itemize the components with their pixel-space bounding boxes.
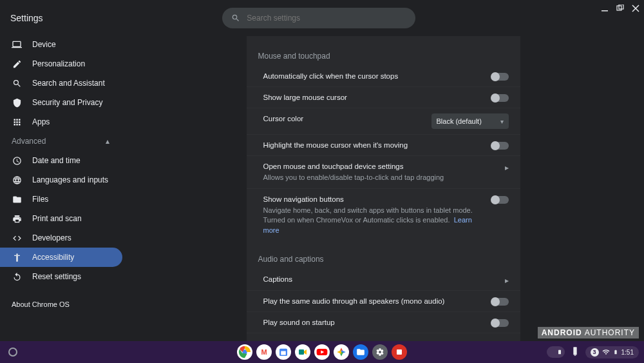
notification-badge: 3 xyxy=(591,348,599,357)
sidebar-item-accessibility[interactable]: Accessibility xyxy=(0,248,122,267)
row-label: Play sound on startup xyxy=(263,317,484,328)
section-title-audio: Audio and captions xyxy=(247,247,520,269)
code-icon xyxy=(12,233,22,243)
launcher-button[interactable] xyxy=(8,348,17,357)
sidebar-about[interactable]: About Chrome OS xyxy=(0,294,122,315)
search-icon xyxy=(231,14,240,23)
calendar-icon[interactable] xyxy=(276,344,291,360)
sidebar-label: Files xyxy=(32,195,48,204)
row-label: Automatically click when the cursor stop… xyxy=(263,71,484,81)
accessibility-icon xyxy=(12,252,22,262)
app-icon-9[interactable] xyxy=(392,344,407,360)
apps-icon xyxy=(12,117,22,127)
chrome-icon[interactable] xyxy=(237,344,252,360)
select-cursor-color[interactable]: Black (default) ▾ xyxy=(431,113,509,129)
watermark: ANDROIDAUTHORITY xyxy=(538,327,639,338)
sidebar-item-apps[interactable]: Apps xyxy=(0,112,122,132)
edit-icon xyxy=(12,59,22,69)
row-highlight-cursor: Highlight the mouse cursor when it's mov… xyxy=(247,134,520,155)
sidebar-label: Developers xyxy=(32,233,71,242)
row-startup-sound: Play sound on startup xyxy=(247,311,520,333)
row-label: Open mouse and touchpad device settings xyxy=(263,161,497,172)
sidebar-item-reset[interactable]: Reset settings xyxy=(0,267,122,286)
laptop-icon xyxy=(12,39,22,50)
close-button[interactable] xyxy=(631,4,640,13)
page-title: Settings xyxy=(10,13,43,23)
row-nav-buttons: Show navigation buttons Navigate home, b… xyxy=(247,188,520,240)
sidebar-label: Reset settings xyxy=(32,272,81,281)
sidebar-label: Print and scan xyxy=(32,214,82,223)
row-label: Captions xyxy=(263,274,497,284)
sidebar-item-device[interactable]: Device xyxy=(0,36,122,54)
toggle-mono-audio[interactable] xyxy=(492,298,509,306)
sidebar-label: Apps xyxy=(32,117,50,126)
maximize-button[interactable] xyxy=(616,4,625,13)
row-label: Highlight the mouse cursor when it's mov… xyxy=(263,140,484,150)
sidebar-label: Security and Privacy xyxy=(32,98,102,107)
sidebar-item-languages[interactable]: Languages and inputs xyxy=(0,170,122,190)
svg-point-5 xyxy=(16,253,18,255)
toggle-auto-click[interactable] xyxy=(492,73,509,81)
settings-content: Mouse and touchpad Automatically click w… xyxy=(247,36,520,341)
sidebar-item-date-time[interactable]: Date and time xyxy=(0,151,122,170)
svg-rect-9 xyxy=(281,351,286,355)
settings-app-icon[interactable] xyxy=(372,344,388,360)
gmail-icon[interactable]: M xyxy=(256,344,272,360)
row-label: Show large mouse cursor xyxy=(263,92,484,103)
sidebar-label: Date and time xyxy=(32,156,80,165)
phone-hub-icon[interactable] xyxy=(547,346,565,358)
row-auto-click: Automatically click when the cursor stop… xyxy=(247,66,520,86)
shield-icon xyxy=(12,97,22,108)
toggle-startup-sound[interactable] xyxy=(492,319,509,327)
reset-icon xyxy=(12,271,22,282)
files-app-icon[interactable] xyxy=(353,344,368,360)
chevron-right-icon: ▸ xyxy=(505,163,509,172)
search-input[interactable] xyxy=(247,14,406,23)
settings-header: Settings xyxy=(0,0,644,36)
svg-rect-10 xyxy=(299,349,304,355)
row-desc: Allows you to enable/disable tap-to-clic… xyxy=(263,173,497,182)
toggle-large-cursor[interactable] xyxy=(492,94,509,102)
row-captions[interactable]: Captions ▸ xyxy=(247,269,520,290)
folder-icon xyxy=(12,194,22,204)
sidebar: Device Personalization Search and Assist… xyxy=(0,36,122,341)
row-cursor-color: Cursor color Black (default) ▾ xyxy=(247,108,520,134)
shelf: M 3 1:51 xyxy=(0,341,644,363)
sidebar-item-personalization[interactable]: Personalization xyxy=(0,54,122,74)
wifi-icon xyxy=(602,348,610,356)
chevron-down-icon: ▾ xyxy=(500,118,504,125)
chevron-right-icon: ▸ xyxy=(505,276,509,285)
sidebar-label: Device xyxy=(32,40,56,49)
svg-rect-0 xyxy=(601,10,608,12)
meet-icon[interactable] xyxy=(295,344,310,360)
battery-icon xyxy=(613,348,618,356)
minimize-button[interactable] xyxy=(600,4,609,13)
row-desc: Navigate home, back, and switch apps wit… xyxy=(263,206,484,235)
sidebar-advanced-header[interactable]: Advanced ▴ xyxy=(0,132,122,151)
toggle-nav-buttons[interactable] xyxy=(492,196,509,204)
row-mono-audio: Play the same audio through all speakers… xyxy=(247,290,520,311)
chevron-up-icon: ▴ xyxy=(106,137,109,146)
toggle-highlight-cursor[interactable] xyxy=(492,142,509,150)
svg-rect-13 xyxy=(558,350,561,355)
row-large-cursor: Show large mouse cursor xyxy=(247,86,520,108)
row-open-mouse-settings[interactable]: Open mouse and touchpad device settings … xyxy=(247,155,520,188)
search-icon xyxy=(12,78,22,88)
sidebar-label: Accessibility xyxy=(32,253,74,262)
clock-icon xyxy=(12,155,22,166)
sidebar-item-files[interactable]: Files xyxy=(0,190,122,209)
stylus-icon[interactable] xyxy=(570,346,580,358)
youtube-icon[interactable] xyxy=(314,344,330,360)
status-tray[interactable]: 3 1:51 xyxy=(585,346,639,358)
svg-rect-12 xyxy=(397,349,402,355)
sidebar-item-search-assistant[interactable]: Search and Assistant xyxy=(0,74,122,93)
row-add-features[interactable]: Add additional features Open Chrome Web … xyxy=(247,333,520,341)
photos-icon[interactable] xyxy=(334,344,349,360)
sidebar-item-print[interactable]: Print and scan xyxy=(0,209,122,228)
section-title-mouse: Mouse and touchpad xyxy=(247,44,520,66)
row-label: Show navigation buttons xyxy=(263,194,484,204)
sidebar-item-security[interactable]: Security and Privacy xyxy=(0,93,122,112)
sidebar-item-developers[interactable]: Developers xyxy=(0,228,122,248)
sidebar-label: Languages and inputs xyxy=(32,175,108,184)
search-box[interactable] xyxy=(222,8,415,28)
